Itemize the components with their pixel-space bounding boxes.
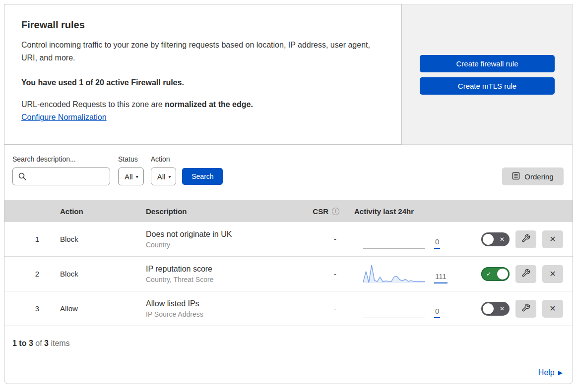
status-label: Status [118,155,144,163]
rule-activity-cell: 0 [344,291,466,326]
items-of: of [33,339,44,347]
action-value: All [157,172,166,181]
rule-enabled-toggle[interactable]: ✕ [481,232,510,246]
delete-rule-button[interactable]: ✕ [542,300,563,318]
ordering-button-label: Ordering [524,172,553,181]
action-label: Action [151,155,177,163]
header-description: Description [136,207,297,216]
rule-action: Allow [50,304,136,313]
search-input[interactable] [12,168,110,185]
items-total: 3 [44,339,49,347]
create-mtls-rule-button[interactable]: Create mTLS rule [420,77,555,95]
edit-rule-button[interactable] [515,230,536,248]
rule-priority: 3 [4,304,50,313]
rule-description-cell: Allow listed IPs IP Source Address [136,299,297,318]
action-select[interactable]: All ▾ [151,168,177,185]
firewall-rules-page: Firewall rules Control incoming traffic … [0,0,576,384]
rules-list-card: Search description... Status All ▾ Actio… [4,145,573,384]
rule-priority: 1 [4,235,50,243]
list-document-icon [512,172,520,181]
rule-description-cell: IP reputation score Country, Threat Scor… [136,265,297,283]
rule-controls: ✓ ✕ [466,265,573,283]
status-filter: Status All ▾ [118,155,144,185]
edit-rule-button[interactable] [515,265,536,283]
cta-panel: Create firewall rule Create mTLS rule [402,4,573,145]
table-body: 1 Block Does not originate in UK Country… [4,222,573,326]
rule-controls: ✕ ✕ [466,300,573,318]
toggle-state-icon: ✕ [500,236,505,243]
normalization-note: URL-encoded Requests to this zone are no… [21,100,384,109]
rule-controls: ✕ ✕ [466,230,573,248]
header-csr: CSR i [297,207,344,216]
search-field: Search description... [12,155,110,185]
search-label: Search description... [12,155,110,163]
rule-action: Block [50,270,136,278]
normalization-text: URL-encoded Requests to this zone are [21,100,165,109]
header-action: Action [50,207,136,216]
rule-activity-cell: 0 [344,222,466,256]
top-section: Firewall rules Control incoming traffic … [4,4,573,145]
ordering-button[interactable]: Ordering [502,168,564,185]
help-footer: Help ▶ [4,361,573,384]
arrow-right-icon: ▶ [558,369,563,376]
rule-match-fields: IP Source Address [146,310,297,318]
action-filter: Action All ▾ [151,155,177,185]
activity-count-link[interactable]: 111 [434,272,448,283]
edit-rule-button[interactable] [515,300,536,318]
filter-bar: Search description... Status All ▾ Actio… [4,145,573,200]
normalization-bold: normalized at the edge. [165,100,253,109]
rule-action: Block [50,235,136,243]
help-label: Help [538,368,555,377]
status-select[interactable]: All ▾ [118,168,144,185]
rule-description-cell: Does not originate in UK Country [136,230,297,249]
delete-rule-button[interactable]: ✕ [542,265,563,283]
status-value: All [125,172,133,181]
header-activity: Activity last 24hr [344,207,466,216]
chevron-down-icon: ▾ [168,174,171,179]
sparkline-chart [363,264,425,283]
activity-count-link[interactable]: 0 [434,237,440,249]
rule-match-fields: Country [146,241,297,249]
usage-summary: You have used 1 of 20 active Firewall ru… [21,78,384,87]
wrench-icon [521,303,530,314]
toggle-knob [483,303,494,314]
header-csr-label: CSR [313,207,328,216]
items-count-footer: 1 to 3 of 3 items [4,326,573,361]
info-icon[interactable]: i [332,208,339,215]
table-row: 1 Block Does not originate in UK Country… [4,222,573,257]
rule-description: Does not originate in UK [146,230,297,239]
rule-csr-value: - [297,235,344,243]
toggle-state-icon: ✕ [500,305,505,312]
activity-sparkline [363,229,425,249]
activity-sparkline [363,264,425,283]
page-description: Control incoming traffic to your zone by… [21,39,384,64]
rule-enabled-toggle[interactable]: ✕ [481,302,510,316]
close-icon: ✕ [549,304,556,313]
toggle-knob [497,269,508,280]
toggle-state-icon: ✓ [486,271,491,278]
page-title: Firewall rules [21,19,384,31]
chevron-down-icon: ▾ [136,174,138,179]
rule-priority: 2 [4,270,50,278]
delete-rule-button[interactable]: ✕ [542,230,563,248]
close-icon: ✕ [549,234,556,244]
activity-count-link[interactable]: 0 [434,307,440,318]
activity-sparkline [363,298,425,318]
rule-match-fields: Country, Threat Score [146,276,297,283]
rule-enabled-toggle[interactable]: ✓ [481,267,510,281]
close-icon: ✕ [549,269,556,279]
rule-csr-value: - [297,304,344,313]
create-firewall-rule-button[interactable]: Create firewall rule [420,55,555,72]
wrench-icon [521,234,530,244]
rule-activity-cell: 111 [344,257,466,291]
toggle-knob [483,234,494,245]
table-row: 3 Allow Allow listed IPs IP Source Addre… [4,291,573,326]
rule-description: IP reputation score [146,265,297,274]
table-header: Action Description CSR i Activity last 2… [4,200,573,222]
search-button[interactable]: Search [182,168,223,185]
rule-description: Allow listed IPs [146,299,297,308]
help-link[interactable]: Help ▶ [538,368,563,377]
search-box [12,168,110,185]
configure-normalization-link[interactable]: Configure Normalization [21,113,107,122]
items-range: 1 to 3 [12,339,33,347]
